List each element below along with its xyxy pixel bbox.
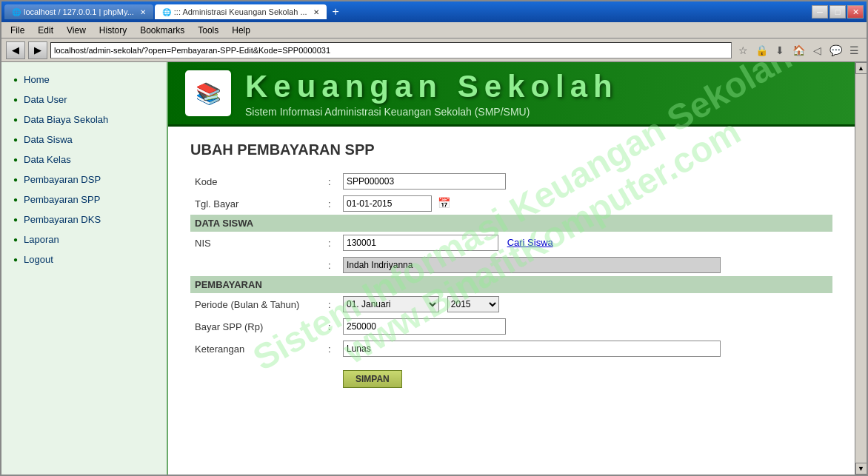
data-siswa-header-row: DATA SISWA: [190, 215, 832, 232]
nis-row: NIS : Cari Siswa: [190, 232, 832, 254]
sidebar-label-logout: Logout: [24, 254, 53, 265]
pembayaran-header-row: PEMBAYARAN: [190, 276, 832, 293]
sidebar-item-pembayaran-dks[interactable]: ● Pembayaran DKS: [1, 209, 167, 229]
nama-display: Indah Indriyanna: [343, 257, 721, 273]
bullet-icon: ●: [13, 95, 18, 104]
lock-icon: 🔒: [753, 42, 769, 58]
menu-help[interactable]: Help: [226, 24, 256, 37]
menu-bar: File Edit View History Bookmarks Tools H…: [1, 22, 867, 38]
kode-label: Kode: [190, 170, 324, 192]
sidebar-item-pembayaran-spp[interactable]: ● Pembayaran SPP: [1, 190, 167, 209]
sidebar-label-data-user: Data User: [24, 94, 67, 105]
periode-tahun-select[interactable]: 2013 2014 2015 2016 2017: [447, 296, 499, 312]
header-title-block: Keuangan Sekolah Sistem Informasi Admini…: [245, 69, 840, 118]
simpan-button[interactable]: SIMPAN: [343, 370, 402, 388]
browser-window: 🌐 localhost / 127.0.0.1 | phpMy... ✕ 🌐 :…: [0, 0, 868, 476]
tab-active[interactable]: 🌐 ::: Administrasi Keuangan Sekolah ... …: [155, 4, 327, 19]
bullet-icon: ●: [13, 76, 18, 84]
new-tab-button[interactable]: +: [328, 5, 344, 19]
restore-button[interactable]: □: [829, 5, 846, 19]
close-button[interactable]: ✕: [847, 5, 864, 19]
bullet-icon: ●: [13, 155, 18, 164]
nis-input[interactable]: [343, 235, 498, 251]
keterangan-row: Keterangan :: [190, 338, 832, 360]
sidebar-item-pembayaran-dsp[interactable]: ● Pembayaran DSP: [1, 170, 167, 190]
tab-inactive[interactable]: 🌐 localhost / 127.0.0.1 | phpMy... ✕: [4, 4, 153, 19]
scroll-up-button[interactable]: ▲: [855, 62, 867, 74]
back-button[interactable]: ◀: [6, 41, 25, 59]
menu-file[interactable]: File: [4, 24, 30, 37]
sidebar-item-laporan[interactable]: ● Laporan: [1, 229, 167, 249]
simpan-row: SIMPAN: [190, 360, 832, 391]
menu-edit[interactable]: Edit: [32, 24, 59, 37]
minimize-button[interactable]: ─: [812, 5, 828, 19]
content-area: ● Home ● Data User ● Data Biaya Sekolah …: [1, 62, 867, 475]
bookmark-star-icon[interactable]: ☆: [735, 42, 751, 58]
page-title: UBAH PEMBAYARAN SPP: [190, 141, 832, 158]
download-icon[interactable]: ⬇: [772, 42, 788, 58]
sidebar: ● Home ● Data User ● Data Biaya Sekolah …: [1, 62, 168, 475]
periode-label: Periode (Bulan & Tahun): [190, 293, 324, 315]
nis-label: NIS: [190, 232, 324, 254]
form-area: Sistem Informasi Keuangan Sekolah www.Bi…: [168, 127, 855, 406]
form-table: Kode : Tgl. Bayar : 📅: [190, 170, 832, 391]
header-title: Keuangan Sekolah: [245, 69, 840, 104]
sidebar-item-data-biaya-sekolah[interactable]: ● Data Biaya Sekolah: [1, 110, 167, 130]
bullet-icon: ●: [13, 175, 18, 184]
home-icon[interactable]: 🏠: [790, 42, 807, 58]
address-bar: ◀ ▶ ☆ 🔒 ⬇ 🏠 ◁ 💬 ☰: [1, 38, 867, 62]
sidebar-label-data-biaya: Data Biaya Sekolah: [24, 114, 108, 125]
kode-input[interactable]: [343, 173, 506, 190]
pembayaran-section-header: PEMBAYARAN: [190, 276, 832, 293]
sidebar-item-logout[interactable]: ● Logout: [1, 249, 167, 269]
menu-icon[interactable]: ☰: [846, 42, 862, 58]
bayar-spp-row: Bayar SPP (Rp) :: [190, 315, 832, 338]
scroll-down-button[interactable]: ▼: [855, 463, 867, 475]
address-input[interactable]: [50, 42, 732, 58]
periode-bulan-select[interactable]: 01. Januari 02. Februari 03. Maret 04. A…: [343, 296, 439, 312]
books-icon: 📚: [196, 81, 221, 106]
sidebar-label-data-kelas: Data Kelas: [24, 154, 71, 165]
sidebar-item-home[interactable]: ● Home: [1, 70, 167, 90]
sidebar-item-data-siswa[interactable]: ● Data Siswa: [1, 130, 167, 150]
chat-icon[interactable]: 💬: [827, 42, 844, 58]
menu-history[interactable]: History: [93, 24, 133, 37]
kode-row: Kode :: [190, 170, 832, 192]
menu-tools[interactable]: Tools: [192, 24, 224, 37]
periode-row: Periode (Bulan & Tahun) : 01. Januari 02…: [190, 293, 832, 315]
back-nav-icon[interactable]: ◁: [809, 42, 825, 58]
sidebar-label-laporan: Laporan: [24, 234, 59, 245]
header-subtitle: Sistem Informasi Administrasi Keuangan S…: [245, 106, 840, 118]
bullet-icon: ●: [13, 235, 18, 244]
sidebar-item-data-kelas[interactable]: ● Data Kelas: [1, 150, 167, 170]
sidebar-label-data-siswa: Data Siswa: [24, 134, 73, 145]
keterangan-input[interactable]: [343, 341, 721, 357]
bayar-spp-input[interactable]: [343, 318, 506, 335]
bullet-icon: ●: [13, 115, 18, 124]
sidebar-item-data-user[interactable]: ● Data User: [1, 90, 167, 110]
bullet-icon: ●: [13, 195, 18, 204]
window-controls: ─ □ ✕: [812, 5, 864, 19]
page-header: 📚 Keuangan Sekolah Sistem Informasi Admi…: [168, 62, 855, 127]
bullet-icon: ●: [13, 255, 18, 264]
title-bar-left: 🌐 localhost / 127.0.0.1 | phpMy... ✕ 🌐 :…: [4, 4, 344, 19]
keterangan-label: Keterangan: [190, 338, 324, 360]
calendar-icon[interactable]: 📅: [438, 197, 450, 209]
sidebar-label-pembayaran-dks: Pembayaran DKS: [24, 214, 101, 225]
address-bar-icons: ☆ 🔒 ⬇ 🏠 ◁ 💬 ☰: [735, 42, 862, 58]
nama-row: : Indah Indriyanna: [190, 254, 832, 276]
sidebar-label-pembayaran-spp: Pembayaran SPP: [24, 194, 100, 205]
bullet-icon: ●: [13, 135, 18, 144]
bayar-spp-label: Bayar SPP (Rp): [190, 315, 324, 338]
sidebar-label-home: Home: [24, 74, 50, 85]
cari-siswa-link[interactable]: Cari Siswa: [507, 237, 553, 248]
menu-bookmarks[interactable]: Bookmarks: [134, 24, 190, 37]
menu-view[interactable]: View: [61, 24, 92, 37]
sidebar-label-pembayaran-dsp: Pembayaran DSP: [24, 174, 101, 185]
header-logo: 📚: [183, 68, 233, 118]
tgl-bayar-input[interactable]: [343, 195, 432, 212]
tgl-bayar-label: Tgl. Bayar: [190, 192, 324, 215]
tgl-bayar-row: Tgl. Bayar : 📅: [190, 192, 832, 215]
forward-button[interactable]: ▶: [28, 41, 47, 59]
bullet-icon: ●: [13, 215, 18, 224]
